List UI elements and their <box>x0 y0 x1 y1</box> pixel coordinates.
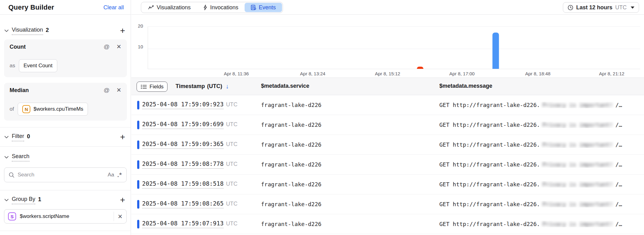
timestamp-value[interactable]: 2025-04-08 17:59:07:913 <box>142 220 224 228</box>
timestamp-value[interactable]: 2025-04-08 17:59:08:518 <box>142 180 224 188</box>
event-service: fragrant-lake-d226 <box>261 201 321 207</box>
remove-count-icon[interactable]: ✕ <box>116 44 121 50</box>
timestamp-zone: UTC <box>226 181 237 187</box>
event-service: fragrant-lake-d226 <box>261 161 321 168</box>
timestamp-value[interactable]: 2025-04-08 17:59:08:778 <box>142 160 224 169</box>
tab-invocations[interactable]: Invocations <box>197 3 245 12</box>
message-prefix: GET http://fragrant-lake-d226. <box>439 201 540 207</box>
visualization-section-label[interactable]: Visualization <box>12 27 43 35</box>
message-suffix: /… <box>616 102 622 108</box>
message-redacted-blur: Privacy is important! <box>542 161 613 168</box>
event-row[interactable]: 2025-04-08 17:59:09:365UTC fragrant-lake… <box>131 135 644 155</box>
timestamp-value[interactable]: 2025-04-08 17:59:09:365 <box>142 140 224 149</box>
event-message: GET http://fragrant-lake-d226.Privacy is… <box>439 201 641 207</box>
panel-title: Query Builder <box>8 3 54 11</box>
fields-button[interactable]: Fields <box>137 82 168 92</box>
x-axis: Apr 8, 11:36Apr 8, 13:24Apr 8, 15:12Apr … <box>148 71 640 77</box>
search-input[interactable] <box>18 172 105 178</box>
timestamp-zone: UTC <box>226 101 237 108</box>
event-timestamp[interactable]: 2025-04-08 17:59:07:913UTC <box>142 220 237 227</box>
tab-label: Visualizations <box>157 4 191 11</box>
add-filter-button[interactable]: + <box>119 133 126 141</box>
visualization-card-median: Median @ ✕ of N $workers.cpuTimeMs <box>4 83 127 121</box>
tab-visualizations[interactable]: Visualizations <box>142 3 197 12</box>
group-by-section-label[interactable]: Group By <box>12 196 35 204</box>
event-level-indicator <box>137 101 139 109</box>
event-message: GET http://fragrant-lake-d226.Privacy is… <box>439 122 641 128</box>
timestamp-zone: UTC <box>226 121 237 127</box>
divider <box>0 127 131 127</box>
event-row[interactable]: 2025-04-08 17:59:08:778UTC fragrant-lake… <box>131 155 644 175</box>
divider <box>0 146 131 147</box>
timestamp-value[interactable]: 2025-04-08 17:59:09:923 <box>142 101 224 109</box>
event-level-indicator <box>137 200 139 209</box>
message-suffix: /… <box>616 201 622 207</box>
message-redacted-blur: Privacy is important! <box>542 102 613 108</box>
remove-group-by-icon[interactable]: ✕ <box>118 214 123 219</box>
regex-icon[interactable]: .* <box>117 171 122 179</box>
histogram-bar <box>492 33 499 69</box>
message-redacted-blur: Privacy is important! <box>542 201 613 207</box>
y-axis-tick: 20 <box>131 23 143 29</box>
event-level-indicator <box>137 140 139 149</box>
message-suffix: /… <box>616 141 622 148</box>
event-count-chip[interactable]: Event Count <box>19 59 57 72</box>
event-timestamp[interactable]: 2025-04-08 17:59:09:365UTC <box>142 140 237 148</box>
event-row[interactable]: 2025-04-08 17:59:08:518UTC fragrant-lake… <box>131 175 644 194</box>
clear-all-link[interactable]: Clear all <box>103 4 124 11</box>
event-timestamp[interactable]: 2025-04-08 17:59:09:699UTC <box>142 121 237 128</box>
chevron-down-icon[interactable] <box>4 156 9 159</box>
divider <box>0 231 131 231</box>
search-icon <box>9 172 15 178</box>
chevron-down-icon[interactable] <box>4 199 9 202</box>
event-timestamp[interactable]: 2025-04-08 17:59:08:265UTC <box>142 200 237 207</box>
event-timestamp[interactable]: 2025-04-08 17:59:08:518UTC <box>142 180 237 187</box>
message-prefix: GET http://fragrant-lake-d226. <box>439 122 540 128</box>
event-row[interactable]: 2025-04-08 17:59:09:923UTC fragrant-lake… <box>131 95 644 115</box>
numeric-type-badge: N <box>22 105 30 113</box>
filter-count: 0 <box>27 133 30 141</box>
event-message: GET http://fragrant-lake-d226.Privacy is… <box>439 141 641 148</box>
event-timestamp[interactable]: 2025-04-08 17:59:09:923UTC <box>142 101 237 108</box>
event-timestamp[interactable]: 2025-04-08 17:59:08:778UTC <box>142 160 237 167</box>
sort-descending-icon[interactable]: ↓ <box>226 83 229 90</box>
filter-section-label[interactable]: Filter <box>12 133 24 141</box>
event-service: fragrant-lake-d226 <box>261 102 321 108</box>
event-message: GET http://fragrant-lake-d226.Privacy is… <box>439 161 641 168</box>
alias-at-icon[interactable]: @ <box>104 87 110 94</box>
visualization-card-count: Count @ ✕ as Event Count <box>4 39 127 77</box>
group-by-section-header: Group By 1 + <box>4 195 126 205</box>
events-table: Fields Timestamp (UTC) ↓ $metadata.servi… <box>131 78 644 235</box>
divider <box>0 190 131 190</box>
search-section-label[interactable]: Search <box>12 153 29 162</box>
chart-line-icon <box>148 5 154 10</box>
message-redacted-blur: Privacy is important! <box>542 141 613 148</box>
remove-median-icon[interactable]: ✕ <box>116 87 121 93</box>
timestamp-value[interactable]: 2025-04-08 17:59:08:265 <box>142 200 224 208</box>
add-group-by-button[interactable]: + <box>119 196 126 204</box>
header-label: $metadata.message <box>439 83 492 89</box>
message-suffix: /… <box>616 122 622 128</box>
x-axis-tick: Apr 8, 15:12 <box>375 71 400 76</box>
x-axis-tick: Apr 8, 17:00 <box>449 71 475 76</box>
group-by-item[interactable]: S $workers.scriptName ✕ <box>4 209 127 224</box>
add-visualization-button[interactable]: + <box>119 26 126 35</box>
message-prefix: GET http://fragrant-lake-d226. <box>439 102 540 108</box>
header-label: Timestamp <box>176 83 205 90</box>
column-header-service: $metadata.service <box>261 83 309 89</box>
timestamp-value[interactable]: 2025-04-08 17:59:09:699 <box>142 121 224 129</box>
event-row[interactable]: 2025-04-08 17:59:07:913UTC fragrant-lake… <box>131 214 644 234</box>
x-axis-tick: Apr 8, 13:24 <box>300 71 325 76</box>
match-case-icon[interactable]: Aa <box>108 172 114 178</box>
chevron-down-icon[interactable] <box>4 29 9 32</box>
tab-events[interactable]: Events <box>245 3 282 12</box>
alias-at-icon[interactable]: @ <box>104 43 110 50</box>
visualization-count: 2 <box>46 27 49 35</box>
event-row[interactable]: 2025-04-08 17:59:09:699UTC fragrant-lake… <box>131 115 644 135</box>
time-range-dropdown[interactable]: Last 12 hours UTC <box>563 2 639 13</box>
cpu-time-field-chip[interactable]: N $workers.cpuTimeMs <box>18 103 88 116</box>
chevron-down-icon[interactable] <box>4 136 9 139</box>
clock-icon <box>568 5 573 11</box>
event-row[interactable]: 2025-04-08 17:59:08:265UTC fragrant-lake… <box>131 194 644 214</box>
event-level-indicator <box>137 121 139 129</box>
